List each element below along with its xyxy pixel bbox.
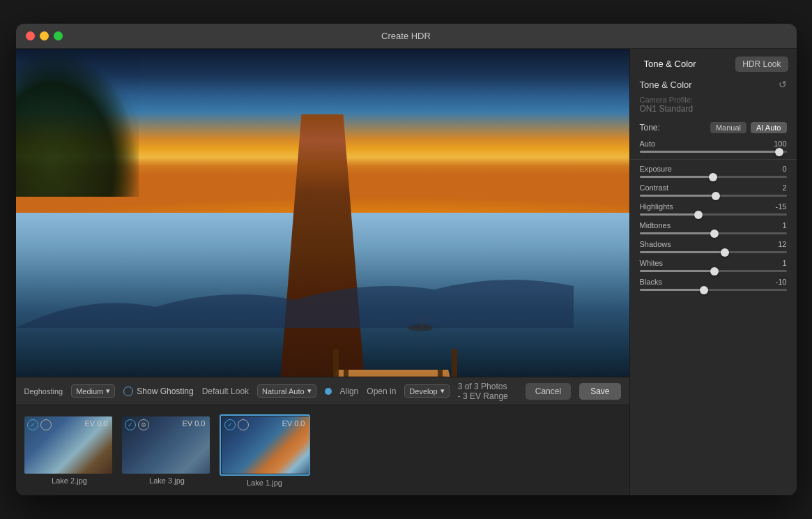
open-in-dropdown[interactable]: Develop ▾ — [404, 384, 449, 398]
highlights-slider-row: Highlights -15 — [630, 200, 797, 219]
bottom-toolbar: Deghosting Medium ▾ Show Ghosting Defaul… — [16, 377, 629, 405]
check-icon-3: ✓ — [224, 419, 236, 430]
blacks-value: -10 — [776, 278, 787, 286]
exposure-label: Exposure — [640, 165, 672, 173]
whites-label: Whites — [640, 259, 664, 267]
maximize-button[interactable] — [54, 31, 63, 40]
manual-button[interactable]: Manual — [710, 122, 746, 133]
film-thumb-wrapper-3: ✓ EV 0.0 — [220, 414, 310, 476]
chevron-down-icon: ▾ — [106, 386, 110, 396]
check-icon-1: ✓ — [27, 419, 38, 430]
exposure-track[interactable] — [640, 176, 787, 178]
film-ev-3: EV 0.0 — [282, 419, 305, 428]
tone-label: Tone: — [640, 123, 706, 133]
chevron-down-icon: ▾ — [307, 386, 312, 396]
titlebar: Create HDR — [16, 24, 797, 49]
film-ev-2: EV 0.0 — [182, 419, 205, 428]
open-in-label: Open in — [367, 386, 396, 396]
exposure-thumb[interactable] — [709, 173, 717, 181]
shadows-track[interactable] — [640, 251, 787, 253]
exposure-slider-row: Exposure 0 — [630, 163, 797, 181]
reset-icon[interactable]: ↺ — [779, 79, 787, 90]
tab-hdr-look[interactable]: HDR Look — [735, 57, 788, 72]
shadows-label: Shadows — [640, 240, 671, 248]
film-thumb-wrapper-2: ✓ ⚙ EV 0.0 — [122, 416, 213, 474]
filmstrip-item-1[interactable]: ✓ EV 0.0 Lake 2.jpg — [24, 416, 115, 485]
blacks-slider-row: Blacks -10 — [630, 276, 797, 294]
shadows-value: 12 — [778, 240, 786, 248]
panel-scroll[interactable]: Tone & Color ↺ Camera Profile: ON1 Stand… — [630, 72, 797, 495]
traffic-lights — [26, 31, 63, 40]
circle-icon-1 — [40, 419, 52, 430]
contrast-track[interactable] — [640, 195, 787, 197]
film-icons-2: ✓ ⚙ — [125, 419, 149, 430]
ai-auto-button[interactable]: AI Auto — [751, 122, 786, 133]
contrast-slider-row: Contrast 2 — [630, 181, 797, 200]
contrast-label: Contrast — [640, 183, 669, 192]
camera-profile-value: ON1 Standard — [640, 104, 787, 114]
window-title: Create HDR — [381, 31, 431, 41]
panel-tabs: Tone & Color HDR Look — [630, 49, 797, 72]
whites-thumb[interactable] — [710, 267, 719, 276]
film-thumb-3: ✓ EV 0.0 — [222, 416, 309, 474]
panel-section-title: Tone & Color ↺ — [630, 72, 797, 94]
blacks-track[interactable] — [640, 289, 787, 291]
whites-track[interactable] — [640, 270, 787, 272]
left-panel: Deghosting Medium ▾ Show Ghosting Defaul… — [16, 49, 629, 495]
close-button[interactable] — [26, 31, 35, 40]
film-icons-1: ✓ — [27, 419, 52, 430]
film-label-2: Lake 3.jpg — [149, 476, 185, 485]
trees-left — [16, 49, 139, 197]
deghosting-label: Deghosting — [24, 387, 63, 396]
film-icons-3: ✓ — [224, 419, 249, 430]
auto-thumb[interactable] — [775, 148, 783, 156]
film-thumb-1: ✓ EV 0.0 — [24, 416, 112, 474]
whites-value: 1 — [782, 259, 786, 267]
highlights-label: Highlights — [640, 202, 673, 211]
save-button[interactable]: Save — [579, 383, 620, 400]
film-label-3: Lake 1.jpg — [247, 479, 282, 487]
midtones-label: Midtones — [640, 221, 671, 230]
minimize-button[interactable] — [40, 31, 49, 40]
main-content: Deghosting Medium ▾ Show Ghosting Defaul… — [16, 49, 797, 495]
contrast-value: 2 — [782, 183, 786, 192]
gear-icon-2: ⚙ — [138, 419, 149, 430]
film-label-1: Lake 2.jpg — [52, 476, 87, 485]
photo-area — [16, 49, 629, 377]
circle-icon-3 — [238, 419, 249, 430]
filmstrip-item-3[interactable]: ✓ EV 0.0 Lake 1.jpg — [220, 414, 310, 487]
auto-value: 100 — [774, 140, 786, 148]
shadows-thumb[interactable] — [721, 248, 729, 257]
section-title-text: Tone & Color — [640, 80, 692, 90]
check-icon-2: ✓ — [125, 419, 136, 430]
filmstrip-item-2[interactable]: ✓ ⚙ EV 0.0 Lake 3.jpg — [122, 416, 213, 485]
camera-profile-label: Camera Profile: — [640, 96, 787, 104]
auto-slider-row: Auto 100 — [630, 137, 797, 156]
deghosting-dropdown[interactable]: Medium ▾ — [71, 384, 115, 398]
tab-tone-color[interactable]: Tone & Color — [638, 56, 702, 72]
midtones-slider-row: Midtones 1 — [630, 219, 797, 238]
blacks-label: Blacks — [640, 278, 662, 286]
highlights-track[interactable] — [640, 213, 787, 216]
highlights-thumb[interactable] — [694, 211, 703, 219]
shadows-slider-row: Shadows 12 — [630, 238, 797, 257]
camera-profile: Camera Profile: ON1 Standard — [630, 94, 797, 119]
look-dropdown[interactable]: Natural Auto ▾ — [257, 384, 316, 398]
contrast-thumb[interactable] — [712, 192, 720, 200]
align-indicator — [325, 388, 332, 395]
circle-icon — [123, 386, 133, 396]
main-window: Create HDR — [16, 24, 797, 495]
main-photo — [16, 49, 629, 377]
midtones-track[interactable] — [640, 232, 787, 234]
auto-label: Auto — [640, 140, 656, 148]
photos-info-area: 3 of 3 Photos - 3 EV Range — [458, 382, 517, 401]
midtones-value: 1 — [782, 221, 786, 230]
cancel-button[interactable]: Cancel — [526, 383, 571, 400]
auto-track[interactable] — [640, 151, 787, 153]
blacks-thumb[interactable] — [700, 286, 708, 294]
midtones-thumb[interactable] — [710, 230, 719, 238]
show-ghosting-toggle[interactable]: Show Ghosting — [123, 386, 193, 396]
whites-slider-row: Whites 1 — [630, 257, 797, 276]
right-panel: Tone & Color HDR Look Tone & Color ↺ Cam… — [629, 49, 797, 495]
film-thumb-2: ✓ ⚙ EV 0.0 — [122, 416, 210, 474]
